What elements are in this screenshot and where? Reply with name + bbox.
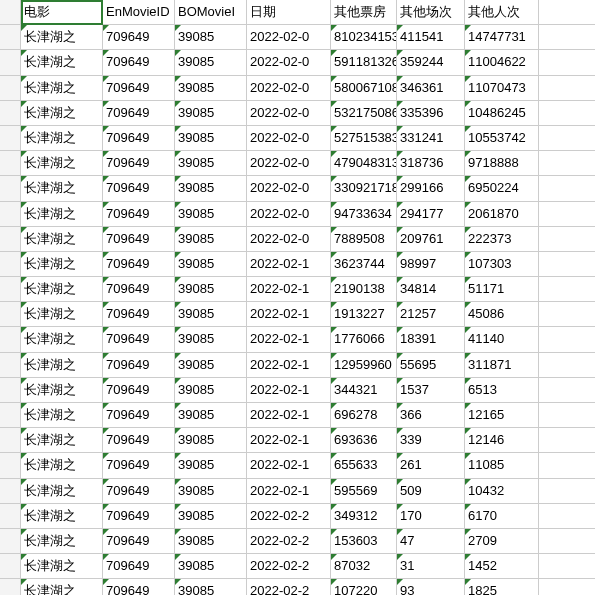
cell[interactable]: 39085: [175, 479, 247, 504]
cell[interactable]: 595569: [331, 479, 397, 504]
cell[interactable]: 长津湖之: [21, 176, 103, 201]
cell[interactable]: 709649: [103, 101, 175, 126]
row-number[interactable]: [0, 25, 21, 50]
cell[interactable]: [539, 126, 595, 151]
cell[interactable]: 2022-02-0: [247, 227, 331, 252]
cell[interactable]: 10486245: [465, 101, 539, 126]
cell[interactable]: [539, 453, 595, 478]
cell[interactable]: 3623744: [331, 252, 397, 277]
cell[interactable]: 2022-02-1: [247, 252, 331, 277]
cell[interactable]: 479048313: [331, 151, 397, 176]
cell[interactable]: 709649: [103, 277, 175, 302]
cell[interactable]: 709649: [103, 302, 175, 327]
cell[interactable]: [539, 277, 595, 302]
header-cell[interactable]: 电影: [21, 0, 103, 25]
cell[interactable]: 2022-02-0: [247, 126, 331, 151]
cell[interactable]: 346361: [397, 76, 465, 101]
cell[interactable]: 709649: [103, 50, 175, 75]
cell[interactable]: 709649: [103, 327, 175, 352]
cell[interactable]: 39085: [175, 126, 247, 151]
cell[interactable]: 709649: [103, 403, 175, 428]
header-cell[interactable]: 其他票房: [331, 0, 397, 25]
cell[interactable]: 2022-02-0: [247, 101, 331, 126]
cell[interactable]: 2022-02-1: [247, 378, 331, 403]
cell[interactable]: 长津湖之: [21, 50, 103, 75]
cell[interactable]: 349312: [331, 504, 397, 529]
cell[interactable]: 2022-02-1: [247, 277, 331, 302]
cell[interactable]: 2022-02-1: [247, 302, 331, 327]
row-number[interactable]: [0, 302, 21, 327]
row-number[interactable]: [0, 579, 21, 595]
row-number[interactable]: [0, 453, 21, 478]
cell[interactable]: 21257: [397, 302, 465, 327]
cell[interactable]: 39085: [175, 151, 247, 176]
cell[interactable]: 709649: [103, 353, 175, 378]
cell[interactable]: 1913227: [331, 302, 397, 327]
cell[interactable]: 39085: [175, 529, 247, 554]
cell[interactable]: 39085: [175, 176, 247, 201]
cell[interactable]: 87032: [331, 554, 397, 579]
cell[interactable]: 709649: [103, 76, 175, 101]
cell[interactable]: 709649: [103, 378, 175, 403]
cell[interactable]: [539, 252, 595, 277]
cell[interactable]: 39085: [175, 428, 247, 453]
header-cell[interactable]: EnMovieID: [103, 0, 175, 25]
cell[interactable]: 709649: [103, 504, 175, 529]
cell[interactable]: [539, 428, 595, 453]
cell[interactable]: [539, 25, 595, 50]
cell[interactable]: 39085: [175, 378, 247, 403]
cell[interactable]: 709649: [103, 479, 175, 504]
cell[interactable]: 11085: [465, 453, 539, 478]
cell[interactable]: 709649: [103, 202, 175, 227]
cell[interactable]: 2709: [465, 529, 539, 554]
cell[interactable]: 2022-02-1: [247, 403, 331, 428]
cell[interactable]: 长津湖之: [21, 378, 103, 403]
cell[interactable]: 2061870: [465, 202, 539, 227]
cell[interactable]: 长津湖之: [21, 202, 103, 227]
cell[interactable]: 18391: [397, 327, 465, 352]
cell[interactable]: 11004622: [465, 50, 539, 75]
header-cell[interactable]: 日期: [247, 0, 331, 25]
row-number[interactable]: [0, 403, 21, 428]
row-number[interactable]: [0, 76, 21, 101]
cell[interactable]: 51171: [465, 277, 539, 302]
cell[interactable]: [539, 176, 595, 201]
cell[interactable]: 170: [397, 504, 465, 529]
cell[interactable]: 709649: [103, 579, 175, 595]
cell[interactable]: 222373: [465, 227, 539, 252]
row-number[interactable]: [0, 327, 21, 352]
cell[interactable]: 长津湖之: [21, 126, 103, 151]
cell[interactable]: 长津湖之: [21, 76, 103, 101]
cell[interactable]: 330921718: [331, 176, 397, 201]
cell[interactable]: 339: [397, 428, 465, 453]
cell[interactable]: 39085: [175, 25, 247, 50]
cell[interactable]: 39085: [175, 453, 247, 478]
cell[interactable]: [539, 76, 595, 101]
cell[interactable]: 长津湖之: [21, 479, 103, 504]
cell[interactable]: 153603: [331, 529, 397, 554]
cell[interactable]: 2022-02-2: [247, 579, 331, 595]
cell[interactable]: 580067108: [331, 76, 397, 101]
row-number[interactable]: [0, 529, 21, 554]
cell[interactable]: 2022-02-2: [247, 554, 331, 579]
cell[interactable]: [539, 101, 595, 126]
cell[interactable]: 长津湖之: [21, 353, 103, 378]
cell[interactable]: [539, 50, 595, 75]
cell[interactable]: [539, 479, 595, 504]
cell[interactable]: 2022-02-1: [247, 353, 331, 378]
cell[interactable]: [539, 529, 595, 554]
cell[interactable]: 2022-02-0: [247, 151, 331, 176]
cell[interactable]: 532175086: [331, 101, 397, 126]
cell[interactable]: 长津湖之: [21, 403, 103, 428]
cell[interactable]: 6950224: [465, 176, 539, 201]
cell[interactable]: 709649: [103, 227, 175, 252]
cell[interactable]: 长津湖之: [21, 554, 103, 579]
cell[interactable]: 47: [397, 529, 465, 554]
cell[interactable]: 39085: [175, 277, 247, 302]
cell[interactable]: 655633: [331, 453, 397, 478]
row-number[interactable]: [0, 378, 21, 403]
cell[interactable]: 94733634: [331, 202, 397, 227]
cell[interactable]: [539, 202, 595, 227]
row-number[interactable]: [0, 428, 21, 453]
cell[interactable]: 107303: [465, 252, 539, 277]
